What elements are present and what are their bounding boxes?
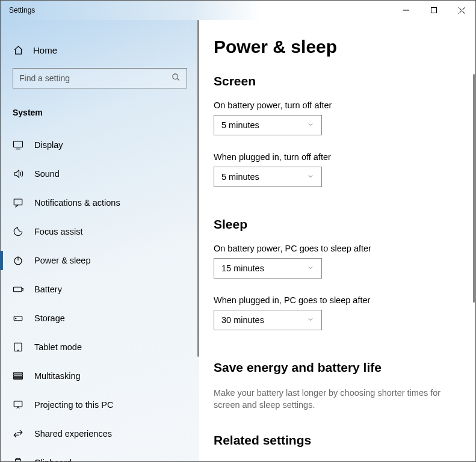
svg-rect-11 xyxy=(14,287,22,292)
storage-icon xyxy=(13,313,23,324)
maximize-button[interactable] xyxy=(420,1,448,20)
dropdown-value: 5 minutes xyxy=(221,120,259,130)
screen-battery-dropdown[interactable]: 5 minutes xyxy=(214,115,322,135)
dropdown-value: 5 minutes xyxy=(221,172,259,182)
chevron-down-icon xyxy=(307,263,314,273)
svg-point-14 xyxy=(16,318,16,319)
tablet-icon xyxy=(13,342,23,353)
chevron-down-icon xyxy=(307,315,314,325)
svg-rect-18 xyxy=(14,375,23,377)
clipboard-icon xyxy=(13,457,23,461)
chevron-down-icon xyxy=(307,172,314,182)
content-scrollbar[interactable] xyxy=(473,74,475,303)
shared-icon xyxy=(13,428,23,439)
dropdown-value: 30 minutes xyxy=(221,315,264,325)
search-input[interactable]: Find a setting xyxy=(13,68,187,88)
close-button[interactable] xyxy=(448,1,475,20)
sidebar: Home Find a setting System Display xyxy=(1,20,199,461)
notifications-icon xyxy=(13,197,23,208)
sidebar-item-battery[interactable]: Battery xyxy=(1,275,199,304)
svg-rect-19 xyxy=(14,377,23,378)
sidebar-item-label: Tablet mode xyxy=(34,342,82,352)
titlebar: Settings xyxy=(1,1,475,20)
svg-rect-21 xyxy=(14,401,22,407)
svg-rect-6 xyxy=(14,141,23,147)
sidebar-item-display[interactable]: Display xyxy=(1,131,199,159)
svg-point-4 xyxy=(173,74,178,79)
screen-plugged-dropdown[interactable]: 5 minutes xyxy=(214,167,322,187)
sleep-plugged-dropdown[interactable]: 30 minutes xyxy=(214,310,322,330)
sidebar-item-label: Shared experiences xyxy=(34,429,112,439)
home-label: Home xyxy=(33,45,57,55)
sleep-heading: Sleep xyxy=(214,217,461,232)
sidebar-nav: Display Sound Notifications & actions Fo… xyxy=(1,131,199,461)
sidebar-item-multitasking[interactable]: Multitasking xyxy=(1,362,199,390)
energy-heading: Save energy and battery life xyxy=(214,360,461,375)
sidebar-item-label: Sound xyxy=(34,169,60,179)
screen-battery-label: On battery power, turn off after xyxy=(214,100,461,110)
sidebar-item-label: Battery xyxy=(34,285,62,294)
svg-rect-12 xyxy=(22,289,23,291)
sidebar-item-label: Projecting to this PC xyxy=(34,400,113,410)
sleep-battery-label: On battery power, PC goes to sleep after xyxy=(214,244,461,253)
sidebar-item-focus-assist[interactable]: Focus assist xyxy=(1,217,199,246)
sidebar-item-projecting[interactable]: Projecting to this PC xyxy=(1,390,199,419)
multitasking-icon xyxy=(13,371,23,381)
page-title: Power & sleep xyxy=(214,37,461,57)
sidebar-item-storage[interactable]: Storage xyxy=(1,304,199,333)
power-icon xyxy=(13,255,23,266)
chevron-down-icon xyxy=(307,120,314,130)
projecting-icon xyxy=(13,399,23,410)
sidebar-item-sound[interactable]: Sound xyxy=(1,159,199,188)
search-placeholder: Find a setting xyxy=(19,73,172,83)
sidebar-item-notifications[interactable]: Notifications & actions xyxy=(1,188,199,217)
sidebar-item-power-sleep[interactable]: Power & sleep xyxy=(1,246,199,275)
search-icon xyxy=(172,73,181,84)
sidebar-item-label: Clipboard xyxy=(34,458,72,461)
content-pane: Power & sleep Screen On battery power, t… xyxy=(199,20,475,461)
home-link[interactable]: Home xyxy=(1,37,199,63)
window-title: Settings xyxy=(1,6,35,14)
focus-assist-icon xyxy=(13,226,23,237)
sleep-battery-dropdown[interactable]: 15 minutes xyxy=(214,258,322,279)
sidebar-item-label: Notifications & actions xyxy=(34,198,120,208)
sidebar-item-label: Display xyxy=(34,140,63,150)
sidebar-item-shared-experiences[interactable]: Shared experiences xyxy=(1,419,199,448)
sleep-plugged-label: When plugged in, PC goes to sleep after xyxy=(214,295,461,305)
battery-icon xyxy=(13,284,23,295)
svg-rect-17 xyxy=(14,373,23,374)
svg-rect-8 xyxy=(14,199,22,205)
sidebar-item-label: Focus assist xyxy=(34,227,83,236)
home-icon xyxy=(13,45,23,55)
sound-icon xyxy=(13,168,23,179)
sidebar-section-header: System xyxy=(1,93,199,125)
energy-text: Make your battery last longer by choosin… xyxy=(214,387,461,411)
minimize-button[interactable] xyxy=(392,1,420,20)
svg-rect-1 xyxy=(431,8,437,13)
related-heading: Related settings xyxy=(214,433,461,448)
sidebar-item-clipboard[interactable]: Clipboard xyxy=(1,448,199,461)
sidebar-item-tablet-mode[interactable]: Tablet mode xyxy=(1,333,199,362)
sidebar-item-label: Power & sleep xyxy=(34,256,91,265)
svg-line-5 xyxy=(177,78,179,80)
screen-plugged-label: When plugged in, turn off after xyxy=(214,152,461,162)
dropdown-value: 15 minutes xyxy=(221,263,264,273)
display-icon xyxy=(13,140,23,150)
sidebar-item-label: Multitasking xyxy=(34,371,81,381)
screen-heading: Screen xyxy=(214,74,461,88)
sidebar-item-label: Storage xyxy=(34,313,65,323)
